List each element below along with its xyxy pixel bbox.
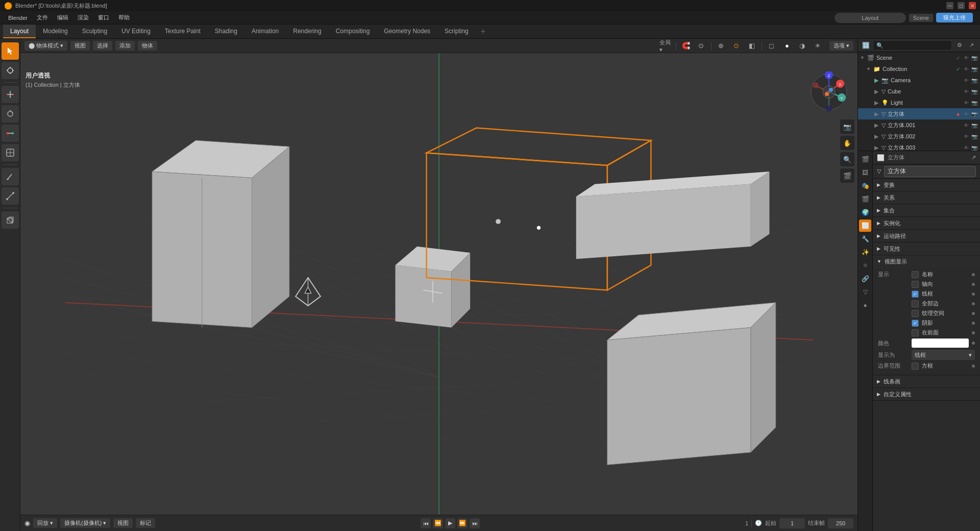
cube2-visibility[interactable]: 👁 [963,133,970,140]
props-output-icon[interactable]: 🖼 [859,166,871,179]
transform-tool-button[interactable] [2,144,19,161]
outliner-cube-item[interactable]: ▶ ▽ Cube 👁 📷 [858,86,980,97]
outliner-light-item[interactable]: ▶ 💡 Light 👁 📷 [858,97,980,108]
menu-edit[interactable]: 编辑 [53,13,72,22]
move-tool-button[interactable] [2,86,19,103]
tab-compositing[interactable]: Compositing [329,25,377,38]
props-modifier-icon[interactable]: 🔧 [859,233,871,245]
outliner-search-input[interactable] [873,40,952,51]
show-xray-icon[interactable]: ◧ [745,40,758,52]
outliner-cube1-item[interactable]: ▶ ▽ 立方体.001 👁 📷 [858,119,980,131]
start-frame-input[interactable]: 1 [779,518,805,528]
camera-visibility[interactable]: 👁 [963,77,970,84]
shadow-checkbox[interactable] [912,320,919,327]
transform-section-header[interactable]: ▶ 变换 [873,179,980,191]
props-object-icon[interactable]: ⬜ [859,220,871,232]
menu-help[interactable]: 帮助 [114,13,134,22]
color-swatch[interactable] [912,339,969,348]
tab-layout[interactable]: Layout [3,25,36,38]
texture-space-checkbox[interactable] [912,310,919,317]
scene-selector[interactable]: Scene [909,14,933,22]
annotate-tool-button[interactable] [2,168,19,185]
select-menu[interactable]: 选择 [93,41,112,51]
show-gizmo-icon[interactable]: ⊕ [715,40,728,52]
cube1-visibility[interactable]: 👁 [963,122,970,129]
zoom-camera-icon[interactable]: 📷 [840,119,854,134]
camera-render[interactable]: 📷 [971,77,978,84]
tab-scripting[interactable]: Scripting [437,25,476,38]
upload-button[interactable]: 猿光上传 [936,13,973,22]
in-front-checkbox[interactable] [912,329,919,336]
select-tool-button[interactable] [2,42,19,60]
viewport-canvas[interactable]: 用户透视 (1) Collection | 立方体 X [20,53,857,515]
viewport-display-section-header[interactable]: ▼ 视图显示 [873,255,980,268]
shading-material-icon[interactable]: ◑ [796,40,809,52]
viewport[interactable]: ⬤ 物体模式 ▾ 视图 选择 添加 物体 全局▾ 🧲 ⊙ ⊕ ⊙ ◧ ◻ [20,39,857,531]
instancing-section-header[interactable]: ▶ 实例化 [873,217,980,229]
jump-start-button[interactable]: ⏮ [421,518,431,528]
cube-visibility[interactable]: 👁 [963,88,970,95]
prop-expand-btn[interactable]: ↗ [971,154,976,161]
cube-render[interactable]: 📷 [971,88,978,95]
wireframe-checkbox[interactable] [912,291,919,298]
props-constraints-icon[interactable]: 🔗 [859,273,871,285]
tab-uv-editing[interactable]: UV Editing [114,25,158,38]
outliner-cube3-item[interactable]: ▶ ▽ 立方体.003 👁 📷 [858,142,980,151]
minimize-button[interactable]: ─ [946,2,953,9]
tab-animation[interactable]: Animation [244,25,286,38]
step-forward-button[interactable]: ⏩ [457,518,468,528]
props-view-layer-icon[interactable]: 🎭 [859,180,871,192]
tab-sculpting[interactable]: Sculpting [75,25,114,38]
bounds-checkbox[interactable] [912,363,919,370]
line-art-section-header[interactable]: ▶ 线条画 [873,375,980,388]
add-menu[interactable]: 添加 [115,41,135,51]
timeline-icon[interactable]: ◉ [24,519,30,527]
scene-visibility[interactable]: 👁 [963,54,970,61]
show-overlays-icon[interactable]: ⊙ [730,40,743,52]
cube0-geo[interactable]: 🔺 [954,110,962,117]
name-checkbox[interactable] [912,271,919,278]
navigation-gizmo[interactable]: X Y Z [808,71,849,112]
global-transform-icon[interactable]: 全局▾ [659,40,673,52]
props-world-icon[interactable]: 🌍 [859,206,871,219]
props-data-icon[interactable]: ▽ [859,286,871,298]
tab-rendering[interactable]: Rendering [286,25,328,38]
frame-selector[interactable]: 回放 ▾ [33,518,57,528]
workspace-name-input[interactable]: Layout [835,13,906,23]
outliner-new-btn[interactable]: ↗ [967,42,976,49]
close-button[interactable]: ✕ [969,2,976,9]
object-menu[interactable]: 物体 [138,41,157,51]
rotate-tool-button[interactable] [2,105,19,123]
snap-magnet-icon[interactable]: 🧲 [679,40,693,52]
props-material-icon[interactable]: ● [859,299,871,311]
add-cube-button[interactable] [2,211,19,229]
shading-wireframe-icon[interactable]: ◻ [765,40,778,52]
view-timeline-btn[interactable]: 摄像机(摄像机) ▾ [60,518,110,528]
light-render[interactable]: 📷 [971,99,978,106]
scene-render[interactable]: 📷 [971,54,978,61]
obj-name-input[interactable] [884,166,976,177]
cursor-tool-button[interactable] [2,62,19,79]
cube3-render[interactable]: 📷 [971,144,978,151]
shading-solid-icon[interactable]: ● [780,40,794,52]
mode-selector[interactable]: ⬤ 物体模式 ▾ [24,41,67,51]
end-frame-input[interactable]: 250 [828,518,853,528]
shading-rendered-icon[interactable]: ☀ [811,40,824,52]
all-edges-checkbox[interactable] [912,300,919,307]
menu-file[interactable]: 文件 [33,13,52,22]
viewport-hand-icon[interactable]: ✋ [840,136,854,150]
props-particles-icon[interactable]: ✨ [859,246,871,258]
menu-blender[interactable]: Blender [4,14,32,22]
scale-tool-button[interactable] [2,125,19,142]
add-workspace-button[interactable]: + [476,25,491,38]
outliner-scene-item[interactable]: ▼ 🎬 Scene ✓ 👁 📷 [858,52,980,63]
axis-checkbox[interactable] [912,281,919,288]
view-menu[interactable]: 视图 [70,41,90,51]
viewport-zoom-icon[interactable]: 🔍 [840,152,854,166]
props-scene-icon[interactable]: 🎬 [859,193,871,205]
jump-end-button[interactable]: ⏭ [470,518,480,528]
custom-props-section-header[interactable]: ▶ 自定义属性 [873,388,980,400]
collection-checkbox[interactable]: ✓ [954,65,962,73]
cube0-visibility[interactable]: 👁 [963,110,970,117]
maximize-button[interactable]: □ [958,2,965,9]
